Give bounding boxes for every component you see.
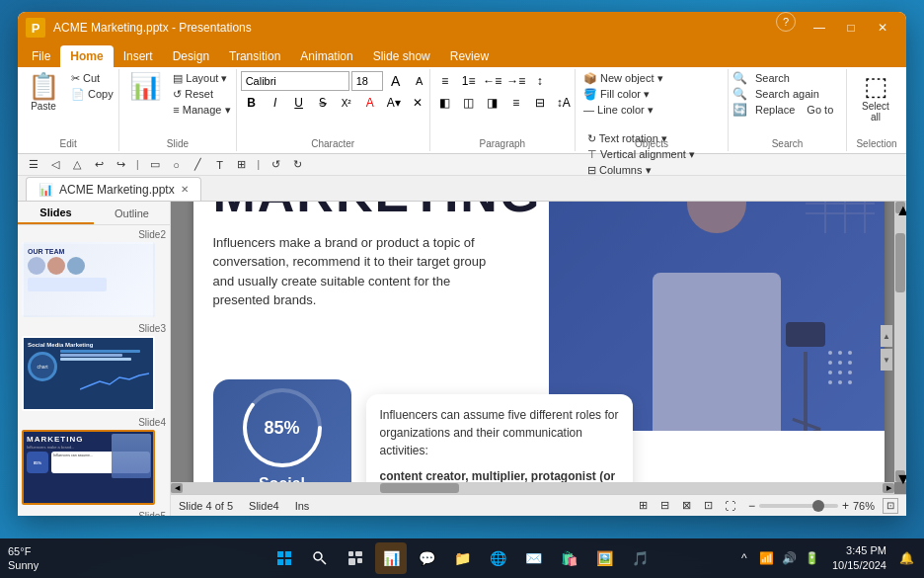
clear-format-button[interactable]: ✕ xyxy=(407,93,428,113)
system-clock[interactable]: 3:45 PM 10/15/2024 xyxy=(828,543,890,574)
scroll-arrow-right[interactable]: ▶ xyxy=(883,483,894,493)
view-normal[interactable]: ⊞ xyxy=(634,497,654,515)
notification-button[interactable]: 🔔 xyxy=(896,548,916,568)
paste-button[interactable]: 📋 Paste xyxy=(22,71,65,114)
help-button[interactable]: ? xyxy=(776,12,796,32)
layout-button[interactable]: ▤ Layout ▾ xyxy=(169,71,234,86)
new-object-button[interactable]: 📦 New object ▾ xyxy=(579,71,667,86)
increase-indent-button[interactable]: →≡ xyxy=(505,71,527,91)
tab-design[interactable]: Design xyxy=(163,45,219,67)
bullets-button[interactable]: ≡ xyxy=(434,71,456,91)
align-left-button[interactable]: ◧ xyxy=(434,93,456,113)
qa-rect[interactable]: ▭ xyxy=(145,156,165,174)
qa-undo[interactable]: ↩ xyxy=(89,156,109,174)
tray-chevron[interactable]: ^ xyxy=(734,548,754,568)
manage-button[interactable]: ≡ Manage ▾ xyxy=(169,103,234,118)
doc-tab-close[interactable]: ✕ xyxy=(181,184,189,195)
select-all-button[interactable]: ⬚ Selectall xyxy=(851,71,900,124)
line-color-button[interactable]: — Line color ▾ xyxy=(579,103,657,118)
font-name-input[interactable] xyxy=(241,71,349,91)
panel-tab-slides[interactable]: Slides xyxy=(18,202,94,224)
tray-battery[interactable]: 🔋 xyxy=(803,548,822,568)
scroll-thumb-h[interactable] xyxy=(380,483,459,493)
doc-tab-marketing[interactable]: 📊 ACME Marketing.pptx ✕ xyxy=(26,177,201,201)
taskbar-files-app[interactable]: 📁 xyxy=(446,542,478,574)
fill-color-button[interactable]: 🪣 Fill color ▾ xyxy=(579,87,654,102)
tab-insert[interactable]: Insert xyxy=(114,45,163,67)
numbering-button[interactable]: 1≡ xyxy=(458,71,480,91)
slide-item-4[interactable]: Slide4 MARKETING Influencers make a bran… xyxy=(22,417,166,505)
scroll-arrow-up[interactable]: ▲ xyxy=(895,202,905,213)
replace-button[interactable]: Replace xyxy=(751,103,799,117)
underline-button[interactable]: U xyxy=(288,93,310,113)
add-slide-button[interactable]: 📊 xyxy=(123,71,167,101)
strikethrough-button[interactable]: S̶ xyxy=(312,93,334,113)
close-button[interactable]: ✕ xyxy=(867,12,898,43)
copy-button[interactable]: 📄 Copy xyxy=(67,87,117,102)
qa-view-toggle[interactable]: ☰ xyxy=(24,156,43,174)
search-again-button[interactable]: Search again xyxy=(751,87,823,101)
scroll-arrow-down[interactable]: ▼ xyxy=(895,470,905,482)
vertical-scrollbar[interactable]: ▲ ▼ xyxy=(894,202,906,482)
zoom-in-icon[interactable]: + xyxy=(842,499,849,513)
columns-button[interactable]: ⊟ xyxy=(529,93,551,113)
start-button[interactable] xyxy=(269,542,300,574)
qa-shapes[interactable]: △ xyxy=(67,156,87,174)
align-center-button[interactable]: ◫ xyxy=(458,93,480,113)
qa-table[interactable]: ⊞ xyxy=(232,156,252,174)
panel-tab-outline[interactable]: Outline xyxy=(94,202,170,224)
tab-transition[interactable]: Transition xyxy=(219,45,290,67)
tab-file[interactable]: File xyxy=(22,45,60,67)
font-size-dec-button[interactable]: A xyxy=(409,71,430,91)
qa-rotate-cw[interactable]: ↻ xyxy=(287,156,307,174)
horizontal-scrollbar[interactable]: ◀ ▶ xyxy=(171,482,894,494)
taskbar-presentations-app[interactable]: 📊 xyxy=(375,542,407,574)
view-notes[interactable]: ⊠ xyxy=(677,497,697,515)
font-color-button[interactable]: A xyxy=(359,93,381,113)
vert-align-button[interactable]: ⊤ Vertical alignment ▾ xyxy=(583,147,699,162)
superscript-button[interactable]: X² xyxy=(336,93,357,113)
tray-volume[interactable]: 🔊 xyxy=(780,548,800,568)
scroll-arrow-left[interactable]: ◀ xyxy=(171,483,183,493)
line-spacing-button[interactable]: ↕ xyxy=(529,71,551,91)
qa-redo[interactable]: ↪ xyxy=(111,156,130,174)
zoom-slider[interactable] xyxy=(759,504,838,508)
tab-animation[interactable]: Animation xyxy=(290,45,362,67)
justify-button[interactable]: ≡ xyxy=(505,93,527,113)
tab-slideshow[interactable]: Slide show xyxy=(363,45,440,67)
slide-item-3[interactable]: Slide3 Social Media Marketing chart xyxy=(22,323,166,411)
qa-text[interactable]: T xyxy=(210,156,230,174)
view-slide-sorter[interactable]: ⊟ xyxy=(655,497,675,515)
slide-item-5[interactable]: Slide5 ONLINE MARKETING xyxy=(22,511,166,516)
taskbar-mail-app[interactable]: ✉️ xyxy=(517,542,549,574)
taskbar-store-app[interactable]: 🛍️ xyxy=(553,542,584,574)
taskbar-edge-app[interactable]: 🌐 xyxy=(482,542,513,574)
scroll-thumb-v[interactable] xyxy=(895,233,905,292)
qa-oval[interactable]: ○ xyxy=(167,156,187,174)
taskbar-photos-app[interactable]: 🖼️ xyxy=(588,542,620,574)
tray-network[interactable]: 📶 xyxy=(757,548,777,568)
qa-rotate-ccw[interactable]: ↺ xyxy=(266,156,285,174)
qa-line[interactable]: ╱ xyxy=(189,156,208,174)
text-dir-button[interactable]: ↕A xyxy=(553,93,575,113)
char-spacing-button[interactable]: A▾ xyxy=(383,93,405,113)
decrease-indent-button[interactable]: ←≡ xyxy=(482,71,503,91)
maximize-button[interactable]: □ xyxy=(835,12,867,43)
columns-obj-button[interactable]: ⊟ Columns ▾ xyxy=(583,163,655,178)
nav-arrow-down[interactable]: ▼ xyxy=(881,349,892,371)
slide-item-2[interactable]: Slide2 OUR TEAM xyxy=(22,229,166,317)
tab-home[interactable]: Home xyxy=(60,45,113,67)
view-reading[interactable]: ⊡ xyxy=(699,497,719,515)
font-size-inc-button[interactable]: A xyxy=(385,71,407,91)
goto-button[interactable]: Go to xyxy=(803,103,837,117)
italic-button[interactable]: I xyxy=(265,93,286,113)
font-size-input[interactable] xyxy=(351,71,383,91)
align-right-button[interactable]: ◨ xyxy=(482,93,503,113)
canvas-scroll[interactable]: MARKETING Influencers make a brand or pr… xyxy=(171,202,906,494)
bold-button[interactable]: B xyxy=(241,93,263,113)
nav-arrow-up[interactable]: ▲ xyxy=(881,325,892,347)
taskbar-teams-app[interactable]: 💬 xyxy=(411,542,442,574)
reset-button[interactable]: ↺ Reset xyxy=(169,87,234,102)
zoom-out-icon[interactable]: − xyxy=(748,499,755,513)
tab-review[interactable]: Review xyxy=(440,45,499,67)
